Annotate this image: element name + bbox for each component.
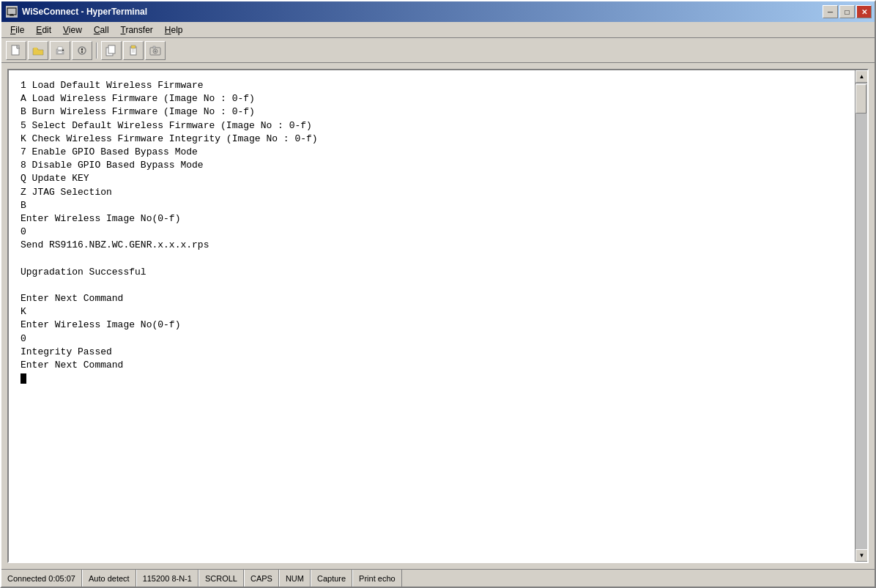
svg-rect-11 [58, 51, 62, 53]
window-title: WiSeConnect - HyperTerminal [22, 7, 147, 17]
svg-rect-10 [58, 47, 62, 50]
print-button[interactable] [50, 41, 70, 60]
menu-edit[interactable]: Edit [30, 23, 57, 37]
status-connected: Connected 0:05:07 [1, 570, 82, 587]
menu-transfer[interactable]: Transfer [115, 23, 159, 37]
scroll-up-button[interactable]: ▲ [855, 70, 868, 83]
menu-call[interactable]: Call [88, 23, 115, 37]
status-bar: Connected 0:05:07 Auto detect 115200 8-N… [1, 569, 875, 587]
menu-bar: File Edit View Call Transfer Help [1, 22, 875, 38]
close-button[interactable]: ✕ [856, 5, 872, 18]
svg-rect-1 [9, 10, 15, 13]
main-window: WiSeConnect - HyperTerminal ─ □ ✕ File E… [0, 0, 876, 588]
copy-button[interactable] [101, 41, 122, 60]
status-detect: Auto detect [82, 570, 136, 587]
scroll-track[interactable] [855, 83, 867, 549]
capture-button[interactable] [145, 41, 166, 60]
app-icon [6, 6, 18, 18]
title-bar: WiSeConnect - HyperTerminal ─ □ ✕ [1, 1, 875, 22]
restore-button[interactable]: □ [839, 5, 855, 18]
menu-help[interactable]: Help [159, 23, 189, 37]
title-bar-left: WiSeConnect - HyperTerminal [6, 6, 147, 18]
status-capture: Capture [311, 570, 352, 587]
menu-file[interactable]: File [4, 23, 30, 37]
window-controls: ─ □ ✕ [823, 5, 872, 18]
svg-rect-19 [131, 45, 136, 48]
toolbar [1, 38, 875, 63]
terminal-output[interactable]: 1 Load Default Wireless Firmware A Load … [9, 70, 855, 562]
svg-rect-12 [62, 50, 64, 51]
new-button[interactable] [6, 41, 26, 60]
svg-rect-8 [34, 48, 37, 49]
svg-rect-17 [108, 45, 115, 53]
status-baud: 115200 8-N-1 [136, 570, 198, 587]
paste-button[interactable] [123, 41, 144, 60]
svg-rect-26 [153, 46, 155, 48]
scroll-thumb[interactable] [855, 84, 866, 113]
status-scroll: SCROLL [198, 570, 244, 587]
menu-view[interactable]: View [57, 23, 88, 37]
status-caps: CAPS [244, 570, 279, 587]
minimize-button[interactable]: ─ [823, 5, 838, 18]
svg-point-15 [81, 51, 83, 53]
status-print-echo: Print echo [352, 570, 402, 587]
content-area: 1 Load Default Wireless Firmware A Load … [1, 63, 875, 569]
separator-1 [96, 42, 97, 59]
svg-point-25 [155, 50, 157, 52]
terminal-wrapper: 1 Load Default Wireless Firmware A Load … [7, 69, 869, 563]
scroll-down-button[interactable]: ▼ [855, 549, 868, 562]
properties-button[interactable] [72, 41, 92, 60]
scrollbar: ▲ ▼ [855, 70, 867, 562]
open-button[interactable] [28, 41, 48, 60]
status-num: NUM [279, 570, 311, 587]
